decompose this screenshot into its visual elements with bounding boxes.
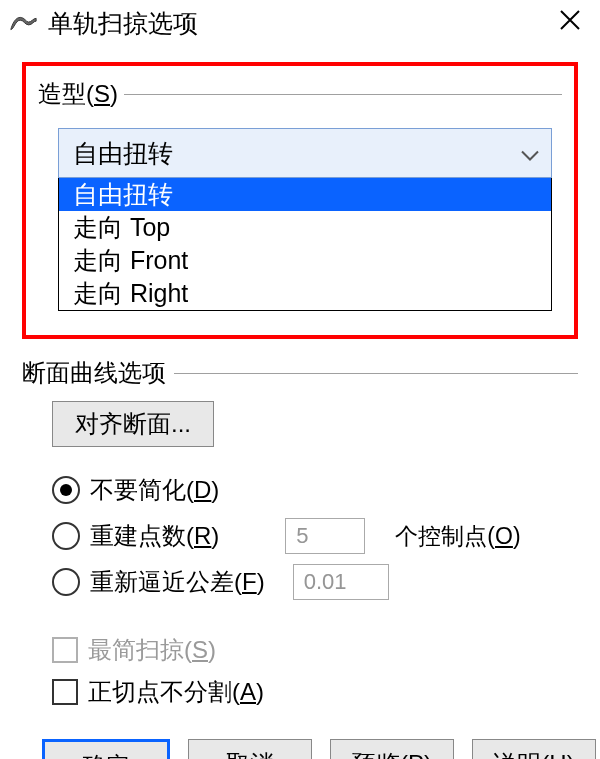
style-option-front[interactable]: 走向 Front: [59, 244, 551, 277]
radio-refit-row: 重新逼近公差(F) 0.01: [52, 559, 578, 605]
simplify-radiogroup: 不要简化(D) 重建点数(R) 5 个控制点(O) 重新: [52, 467, 578, 605]
checkbox-tangent-nosplit-label: 正切点不分割(A): [88, 676, 264, 708]
dialog-body: 造型(S) 自由扭转 自由扭转 走向 Top 走向 Front 走向 Right: [0, 46, 600, 759]
style-combobox-value: 自由扭转: [73, 137, 173, 170]
style-option-top[interactable]: 走向 Top: [59, 211, 551, 244]
radio-no-simplify-row: 不要简化(D): [52, 467, 578, 513]
style-group-label: 造型(S): [38, 78, 562, 110]
radio-no-simplify[interactable]: [52, 476, 80, 504]
style-combobox-dropdown: 自由扭转 走向 Top 走向 Front 走向 Right: [58, 178, 552, 311]
rebuild-points-input[interactable]: 5: [285, 518, 365, 554]
divider-line: [174, 373, 578, 374]
app-icon: [8, 8, 38, 38]
cross-section-label-text: 断面曲线选项: [22, 357, 174, 389]
style-option-right[interactable]: 走向 Right: [59, 277, 551, 310]
cross-section-content: 对齐断面... 不要简化(D) 重建点数(R) 5 个控制点(O): [22, 401, 578, 713]
checkbox-simple-sweep: [52, 637, 78, 663]
checkbox-simple-sweep-label: 最简扫掠(S): [88, 634, 216, 666]
close-icon: [559, 9, 581, 37]
radio-rebuild[interactable]: [52, 522, 80, 550]
radio-no-simplify-label: 不要简化(D): [90, 474, 219, 506]
divider-line: [124, 94, 562, 95]
cancel-button[interactable]: 取消: [188, 739, 312, 759]
checkbox-tangent-nosplit-row: 正切点不分割(A): [52, 671, 578, 713]
radio-rebuild-label: 重建点数(R): [90, 520, 219, 552]
preview-button[interactable]: 预览(P): [330, 739, 454, 759]
checkbox-group: 最简扫掠(S) 正切点不分割(A): [52, 629, 578, 713]
window-title: 单轨扫掠选项: [48, 7, 550, 40]
radio-rebuild-row: 重建点数(R) 5 个控制点(O): [52, 513, 578, 559]
close-button[interactable]: [550, 3, 590, 43]
radio-refit-label: 重新逼近公差(F): [90, 566, 265, 598]
rebuild-points-unit: 个控制点(O): [395, 521, 520, 552]
style-group-label-text: 造型(S): [38, 78, 124, 110]
style-combobox-field[interactable]: 自由扭转: [58, 128, 552, 178]
ok-button[interactable]: 确定: [42, 739, 170, 759]
style-combobox: 自由扭转 自由扭转 走向 Top 走向 Front 走向 Right: [58, 128, 552, 311]
cross-section-group-label: 断面曲线选项: [22, 357, 578, 389]
align-cross-sections-button[interactable]: 对齐断面...: [52, 401, 214, 447]
checkbox-tangent-nosplit[interactable]: [52, 679, 78, 705]
style-option-freeform[interactable]: 自由扭转: [59, 178, 551, 211]
titlebar: 单轨扫掠选项: [0, 0, 600, 46]
radio-refit[interactable]: [52, 568, 80, 596]
dialog-buttons: 确定 取消 预览(P) 说明(H): [22, 713, 578, 759]
help-button[interactable]: 说明(H): [472, 739, 596, 759]
checkbox-simple-sweep-row: 最简扫掠(S): [52, 629, 578, 671]
chevron-down-icon: [521, 139, 539, 168]
style-section-highlight: 造型(S) 自由扭转 自由扭转 走向 Top 走向 Front 走向 Right: [22, 62, 578, 339]
dialog-window: 单轨扫掠选项 造型(S) 自由扭转: [0, 0, 600, 759]
refit-tolerance-input[interactable]: 0.01: [293, 564, 389, 600]
